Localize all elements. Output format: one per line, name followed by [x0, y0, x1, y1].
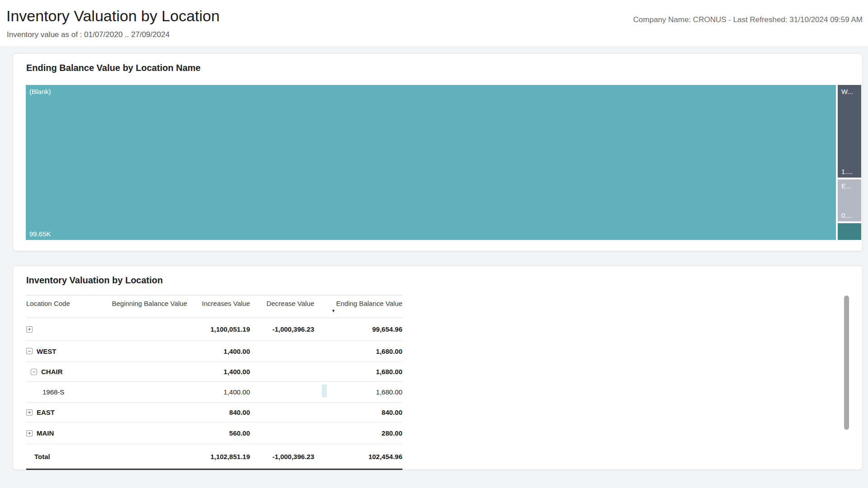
- treemap-block-main[interactable]: [838, 223, 861, 240]
- ending-balance-total[interactable]: 102,454.96: [314, 453, 402, 460]
- table-row[interactable]: − CHAIR 1,400.00 1,680.00: [26, 362, 402, 382]
- ending-balance-cell[interactable]: 99,654.96: [314, 325, 402, 333]
- treemap-chart: (Blank) 99.65K W... 1.... E... 0....: [26, 85, 861, 240]
- column-header-increases[interactable]: Increases Value: [187, 296, 250, 318]
- location-label: WEST: [37, 347, 56, 355]
- treemap-title: Ending Balance Value by Location Name: [26, 63, 201, 73]
- expand-icon[interactable]: +: [26, 430, 33, 436]
- increases-cell[interactable]: 1,400.00: [187, 368, 250, 375]
- report-page: Inventory Valuation by Location Inventor…: [0, 0, 868, 488]
- table-row[interactable]: 1968-S 1,400.00 1,680.00: [26, 382, 402, 403]
- decrease-total[interactable]: -1,000,396.23: [250, 453, 314, 460]
- column-header-ending-balance[interactable]: Ending Balance Value ▼: [314, 296, 402, 318]
- total-label: Total: [26, 453, 105, 460]
- company-refresh-info: Company Name: CRONUS - Last Refreshed: 3…: [633, 15, 863, 24]
- decrease-cell[interactable]: -1,000,396.23: [250, 325, 314, 333]
- table-row[interactable]: + 1,100,051.19 -1,000,396.23 99,654.96: [26, 318, 402, 341]
- matrix-header-row: Location Code Beginning Balance Value In…: [26, 296, 402, 318]
- increases-total[interactable]: 1,102,851.19: [187, 453, 250, 460]
- total-row[interactable]: Total 1,102,851.19 -1,000,396.23 102,454…: [26, 444, 402, 470]
- treemap-block-east[interactable]: E... 0....: [838, 179, 861, 221]
- increases-cell[interactable]: 1,400.00: [187, 388, 250, 396]
- treemap-block-label: E...: [841, 182, 852, 190]
- matrix-table: Location Code Beginning Balance Value In…: [26, 295, 402, 470]
- expand-icon[interactable]: +: [26, 326, 33, 333]
- column-header-decrease[interactable]: Decrease Value: [250, 296, 314, 318]
- ending-balance-cell[interactable]: 1,680.00: [314, 388, 402, 396]
- increases-cell[interactable]: 1,400.00: [187, 347, 250, 355]
- ending-balance-cell[interactable]: 280.00: [314, 429, 402, 437]
- sort-descending-icon: ▼: [331, 309, 335, 313]
- location-label: CHAIR: [41, 368, 63, 375]
- matrix-title: Inventory Valuation by Location: [26, 275, 163, 286]
- expand-icon[interactable]: +: [26, 409, 33, 416]
- treemap-block-value: 1....: [841, 168, 853, 175]
- report-header: Inventory Valuation by Location Inventor…: [0, 0, 868, 46]
- table-row[interactable]: + EAST 840.00 840.00: [26, 403, 402, 422]
- table-row[interactable]: + MAIN 560.00 280.00: [26, 422, 402, 444]
- matrix-card: Inventory Valuation by Location Location…: [13, 266, 863, 470]
- table-row[interactable]: − WEST 1,400.00 1,680.00: [26, 341, 402, 362]
- collapse-icon[interactable]: −: [26, 348, 33, 354]
- location-label: MAIN: [37, 429, 54, 437]
- treemap-block-blank[interactable]: (Blank) 99.65K: [26, 85, 836, 240]
- column-header-label: Ending Balance Value: [336, 300, 403, 307]
- ending-balance-cell[interactable]: 1,680.00: [314, 347, 402, 355]
- treemap-block-west[interactable]: W... 1....: [838, 85, 861, 178]
- ending-balance-cell[interactable]: 840.00: [314, 408, 402, 416]
- treemap-block-value: 99.65K: [29, 230, 51, 238]
- location-label: EAST: [37, 408, 55, 416]
- item-label: 1968-S: [42, 388, 64, 396]
- treemap-block-value: 0....: [841, 211, 853, 219]
- column-header-location-code[interactable]: Location Code: [26, 296, 105, 318]
- treemap-card: Ending Balance Value by Location Name (B…: [13, 53, 863, 251]
- increases-cell[interactable]: 1,100,051.19: [187, 325, 250, 333]
- cell-highlight: [322, 385, 327, 397]
- ending-balance-cell[interactable]: 1,680.00: [314, 368, 402, 375]
- column-header-beginning-balance[interactable]: Beginning Balance Value: [105, 296, 187, 318]
- treemap-block-label: W...: [841, 88, 853, 95]
- vertical-scrollbar-thumb[interactable]: [844, 296, 849, 430]
- treemap-block-label: (Blank): [29, 88, 51, 95]
- increases-cell[interactable]: 840.00: [187, 408, 250, 416]
- collapse-icon[interactable]: −: [31, 369, 37, 375]
- page-title: Inventory Valuation by Location: [6, 7, 220, 25]
- increases-cell[interactable]: 560.00: [187, 429, 250, 437]
- page-subtitle: Inventory value as of : 01/07/2020 .. 27…: [7, 30, 170, 39]
